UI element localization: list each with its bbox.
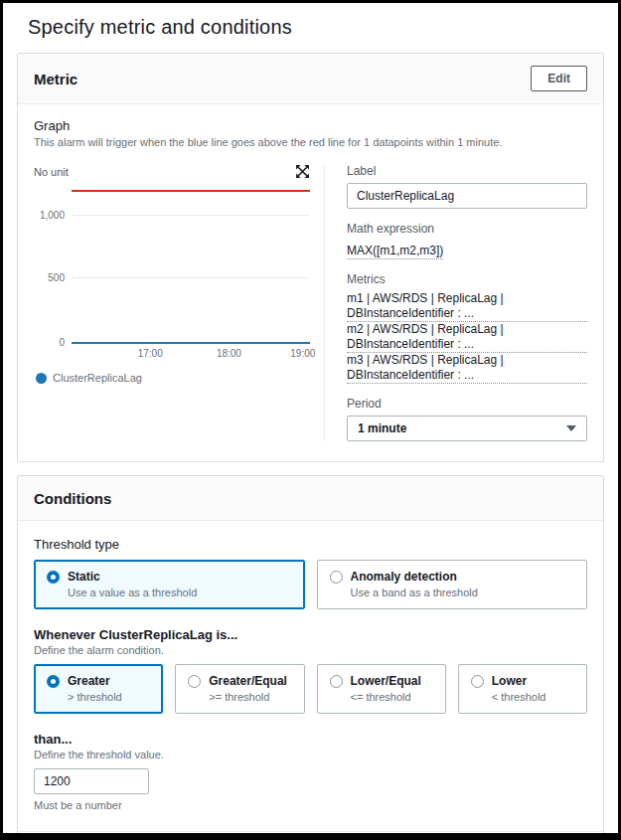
metric-card-header: Metric Edit bbox=[18, 54, 603, 104]
x-axis-ticks: 17:00 18:00 19:00 bbox=[72, 348, 310, 364]
option-greater-equal-label: Greater/Equal bbox=[209, 674, 287, 688]
option-static-desc: Use a value as a threshold bbox=[68, 587, 294, 598]
than-label: than... bbox=[34, 732, 587, 747]
gridline-500 bbox=[72, 277, 310, 278]
math-expression-value[interactable]: MAX([m1,m2,m3]) bbox=[347, 244, 443, 259]
threshold-helper-text: Must be a number bbox=[34, 799, 587, 811]
option-static[interactable]: Static Use a value as a threshold bbox=[34, 560, 305, 609]
radio-checked-icon[interactable] bbox=[47, 571, 60, 584]
whenever-description: Define the alarm condition. bbox=[34, 644, 587, 656]
threshold-value-input[interactable] bbox=[34, 768, 149, 794]
radio-unchecked-icon[interactable] bbox=[471, 675, 484, 688]
radio-unchecked-icon[interactable] bbox=[330, 675, 343, 688]
option-lower-equal-label: Lower/Equal bbox=[351, 674, 421, 688]
conditions-card: Conditions Threshold type Static Use a v… bbox=[17, 475, 604, 833]
whenever-label: Whenever ClusterReplicaLag is... bbox=[34, 627, 587, 642]
alarm-condition-options: Greater > threshold Greater/Equal >= thr… bbox=[34, 664, 587, 714]
metrics-label: Metrics bbox=[347, 272, 587, 286]
y-tick-0: 0 bbox=[59, 337, 72, 348]
expand-graph-icon[interactable] bbox=[295, 164, 310, 179]
graph-legend: ClusterReplicaLag bbox=[36, 372, 310, 384]
option-greater[interactable]: Greater > threshold bbox=[34, 664, 163, 714]
legend-label: ClusterReplicaLag bbox=[53, 372, 142, 384]
graph-section-label: Graph bbox=[34, 118, 587, 133]
math-expression-label: Math expression bbox=[347, 222, 587, 236]
than-description: Define the threshold value. bbox=[34, 749, 587, 760]
y-tick-1000: 1,000 bbox=[40, 210, 72, 221]
radio-checked-icon[interactable] bbox=[47, 675, 60, 688]
x-tick-1700: 17:00 bbox=[138, 348, 163, 359]
threshold-type-label: Threshold type bbox=[34, 537, 587, 552]
metric-series-line bbox=[72, 342, 310, 344]
metric-card-body: Graph This alarm will trigger when the b… bbox=[18, 104, 603, 461]
additional-configuration-expander[interactable]: Additional configuration bbox=[18, 831, 603, 833]
threshold-type-options: Static Use a value as a threshold Anomal… bbox=[34, 560, 587, 609]
metric-line-m1[interactable]: m1 | AWS/RDS | ReplicaLag | DBInstanceId… bbox=[347, 291, 587, 322]
metric-line-m3[interactable]: m3 | AWS/RDS | ReplicaLag | DBInstanceId… bbox=[347, 353, 587, 384]
conditions-card-body: Threshold type Static Use a value as a t… bbox=[18, 521, 603, 811]
graph-unit-label: No unit bbox=[34, 166, 69, 178]
specify-metric-page: Specify metric and conditions Metric Edi… bbox=[3, 3, 618, 833]
threshold-line bbox=[72, 190, 310, 192]
graph-description: This alarm will trigger when the blue li… bbox=[34, 136, 587, 148]
option-greater-label: Greater bbox=[68, 674, 110, 688]
label-field-label: Label bbox=[347, 164, 587, 178]
threshold-value-group: than... Define the threshold value. Must… bbox=[34, 732, 587, 811]
conditions-card-title: Conditions bbox=[34, 490, 111, 507]
label-input[interactable] bbox=[347, 183, 587, 209]
legend-color-dot bbox=[36, 373, 47, 384]
radio-unchecked-icon[interactable] bbox=[188, 675, 201, 688]
metric-line-m2[interactable]: m2 | AWS/RDS | ReplicaLag | DBInstanceId… bbox=[347, 322, 587, 353]
metric-card: Metric Edit Graph This alarm will trigge… bbox=[17, 53, 604, 462]
conditions-card-header: Conditions bbox=[18, 476, 603, 521]
option-lower-equal-desc: <= threshold bbox=[351, 691, 435, 703]
option-static-label: Static bbox=[68, 570, 100, 584]
chevron-down-icon bbox=[566, 425, 576, 431]
period-label: Period bbox=[347, 397, 587, 411]
option-greater-desc: > threshold bbox=[68, 691, 152, 703]
metric-card-title: Metric bbox=[34, 71, 78, 87]
option-anomaly-desc: Use a band as a threshold bbox=[351, 587, 577, 598]
period-selected-value: 1 minute bbox=[358, 421, 406, 435]
option-lower[interactable]: Lower < threshold bbox=[458, 664, 587, 714]
option-lower-equal[interactable]: Lower/Equal <= threshold bbox=[317, 664, 446, 714]
screenshot-frame: Specify metric and conditions Metric Edi… bbox=[0, 0, 621, 840]
page-title: Specify metric and conditions bbox=[28, 16, 607, 39]
gridline-1000 bbox=[72, 215, 310, 216]
x-tick-1900: 19:00 bbox=[290, 348, 315, 359]
y-tick-500: 500 bbox=[48, 272, 72, 283]
x-tick-1800: 18:00 bbox=[217, 348, 241, 359]
edit-button[interactable]: Edit bbox=[531, 66, 587, 91]
option-lower-desc: < threshold bbox=[492, 691, 576, 703]
metric-fields: Label Math expression MAX([m1,m2,m3]) Me… bbox=[324, 164, 587, 441]
metric-graph: No unit bbox=[34, 164, 324, 441]
radio-unchecked-icon[interactable] bbox=[330, 571, 343, 584]
option-greater-equal-desc: >= threshold bbox=[209, 691, 293, 703]
plot-area: 1,000 500 0 bbox=[72, 185, 310, 344]
option-lower-label: Lower bbox=[492, 674, 527, 688]
option-anomaly-label: Anomaly detection bbox=[351, 570, 457, 584]
period-select[interactable]: 1 minute bbox=[347, 416, 587, 441]
option-anomaly-detection[interactable]: Anomaly detection Use a band as a thresh… bbox=[317, 560, 588, 609]
option-greater-equal[interactable]: Greater/Equal >= threshold bbox=[175, 664, 304, 714]
